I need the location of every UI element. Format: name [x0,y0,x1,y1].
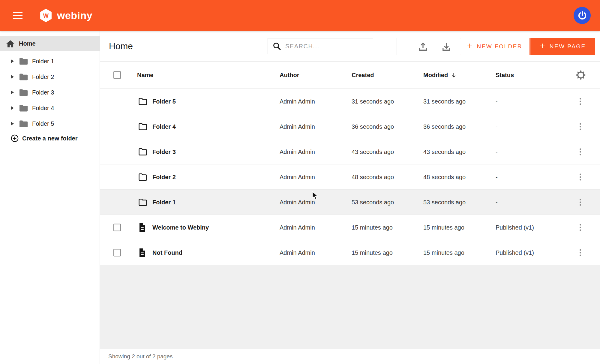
row-name[interactable]: Folder 3 [152,148,176,155]
row-created: 48 seconds ago [352,173,394,180]
folder-tree: Folder 1 Folder 2 Folder 3 Folder 4 [0,53,100,131]
row-author: Admin Admin [280,173,315,180]
row-status: - [496,148,498,155]
main-content: Home + NEW FOLDER [100,31,600,364]
row-status: - [496,123,498,130]
home-icon [6,40,14,47]
row-author: Admin Admin [280,123,315,130]
column-header-modified[interactable]: Modified [423,72,457,79]
folder-icon [138,148,147,156]
row-modified: 53 seconds ago [423,199,466,206]
sidebar-item-home[interactable]: Home [0,36,100,51]
row-menu-button[interactable] [578,146,583,157]
brand-wordmark: webiny [57,10,92,21]
table-row[interactable]: Folder 4 Admin Admin 36 seconds ago 36 s… [100,114,600,139]
row-author: Admin Admin [280,98,315,105]
table-row[interactable]: Folder 1 Admin Admin 53 seconds ago 53 s… [100,190,600,215]
row-name[interactable]: Folder 4 [152,123,176,130]
row-name[interactable]: Folder 5 [152,98,176,105]
caret-right-icon[interactable] [11,91,14,94]
row-menu-button[interactable] [578,222,583,233]
circle-plus-icon [11,134,19,142]
empty-area [100,265,600,349]
import-pages-button[interactable] [418,41,428,52]
table-footer: Showing 2 out of 2 pages. [100,349,600,364]
power-icon [578,11,587,21]
column-header-status[interactable]: Status [496,72,514,79]
table-row[interactable]: Folder 5 Admin Admin 31 seconds ago 31 s… [100,89,600,114]
sidebar-folder-label: Folder 4 [32,105,54,112]
new-page-button[interactable]: + NEW PAGE [530,38,595,55]
search-input[interactable] [285,43,363,50]
row-author: Admin Admin [280,249,315,256]
folder-icon [138,98,147,105]
folder-icon [19,104,28,112]
column-header-modified-label: Modified [423,72,448,79]
download-icon [441,41,452,52]
sort-desc-icon [451,72,457,78]
table-settings-button[interactable] [576,70,586,80]
column-header-name[interactable]: Name [137,72,153,79]
sidebar-folder-item[interactable]: Folder 5 [0,116,100,131]
search-icon [272,42,281,51]
export-pages-button[interactable] [441,41,452,52]
row-created: 43 seconds ago [352,148,394,155]
row-status: - [496,173,498,180]
caret-right-icon[interactable] [11,59,14,63]
folder-icon [19,120,28,128]
column-header-created[interactable]: Created [352,72,374,79]
svg-text:W: W [43,12,49,19]
folder-icon [138,173,147,181]
row-created: 53 seconds ago [352,199,394,206]
caret-right-icon[interactable] [11,122,14,125]
row-status: - [496,98,498,105]
sidebar-folder-item[interactable]: Folder 4 [0,100,100,116]
folder-icon [138,198,147,206]
sidebar-folder-label: Folder 3 [32,89,54,96]
row-checkbox[interactable] [113,249,121,256]
select-all-checkbox[interactable] [113,71,121,79]
row-menu-button[interactable] [578,96,583,107]
sidebar-folder-label: Folder 5 [32,120,54,127]
search-box [268,38,373,54]
column-header-author[interactable]: Author [280,72,299,79]
row-name[interactable]: Folder 1 [152,199,176,206]
folder-icon [19,73,28,81]
row-name[interactable]: Not Found [152,249,182,256]
menu-icon[interactable] [13,12,22,20]
table-row[interactable]: Folder 2 Admin Admin 48 seconds ago 48 s… [100,164,600,190]
user-avatar[interactable] [574,7,591,24]
row-modified: 31 seconds ago [423,98,466,105]
sidebar-folder-item[interactable]: Folder 1 [0,53,100,69]
page-icon [138,223,146,232]
row-menu-button[interactable] [578,121,583,132]
table-row[interactable]: Not Found Admin Admin 15 minutes ago 15 … [100,240,600,265]
caret-right-icon[interactable] [11,75,14,79]
sidebar-folder-label: Folder 2 [32,74,54,80]
row-menu-button[interactable] [578,247,583,258]
sidebar-folder-label: Folder 1 [32,58,54,65]
folder-icon [138,123,147,131]
row-name[interactable]: Welcome to Webiny [152,224,209,231]
new-page-button-label: NEW PAGE [550,43,586,50]
table-header-row: Name Author Created Modified Status [100,62,600,89]
row-author: Admin Admin [280,148,315,155]
table-row[interactable]: Folder 3 Admin Admin 43 seconds ago 43 s… [100,139,600,164]
new-folder-button-label: NEW FOLDER [477,43,522,50]
table-row[interactable]: Welcome to Webiny Admin Admin 15 minutes… [100,215,600,240]
row-menu-button[interactable] [578,171,583,182]
row-menu-button[interactable] [578,197,583,208]
folder-icon [19,89,28,96]
sidebar-folder-item[interactable]: Folder 3 [0,85,100,100]
top-app-bar: W webiny [0,0,600,31]
plus-icon: + [467,41,472,51]
row-status: - [496,199,498,206]
create-new-folder-button[interactable]: Create a new folder [0,134,100,142]
new-folder-button[interactable]: + NEW FOLDER [460,38,530,55]
table-body: Folder 5 Admin Admin 31 seconds ago 31 s… [100,89,600,265]
row-name[interactable]: Folder 2 [152,173,176,180]
row-modified: 48 seconds ago [423,173,466,180]
sidebar-folder-item[interactable]: Folder 2 [0,69,100,85]
caret-right-icon[interactable] [11,106,14,110]
row-checkbox[interactable] [113,224,121,231]
